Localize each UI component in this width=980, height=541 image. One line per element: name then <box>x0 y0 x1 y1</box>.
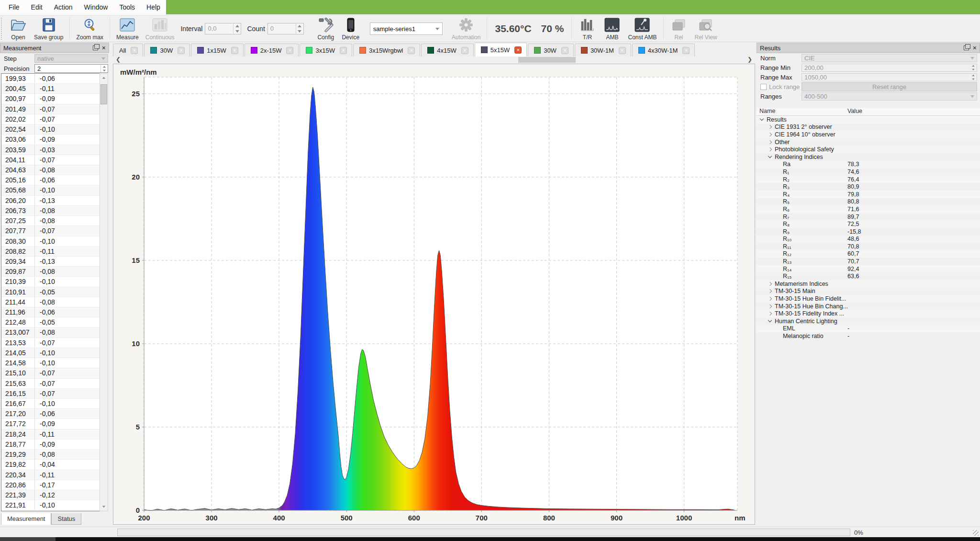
table-row[interactable]: 214,05-0,10 <box>1 348 108 358</box>
tree-row[interactable]: R₆71,6 <box>757 205 980 213</box>
tree-row[interactable]: Rendering Indices <box>757 153 980 161</box>
tree-row[interactable]: TM-30-15 Fidelity Index ... <box>757 310 980 317</box>
tree-row[interactable]: TM-30-15 Hue Bin Chang... <box>757 303 980 310</box>
tree-row[interactable]: R₁₂60,7 <box>757 250 980 258</box>
tree-row[interactable]: R₁₀48,6 <box>757 236 980 243</box>
tree-row[interactable]: TM-30-15 Main <box>757 288 980 295</box>
zoom-max-button[interactable]: Zoom max <box>73 16 107 42</box>
spectrum-chart[interactable]: 05101520252003004005006007008009001000mW… <box>113 64 755 524</box>
table-row[interactable]: 221,91-0,10 <box>1 500 108 510</box>
tab-scroll-left-icon[interactable]: ❮ <box>114 56 122 63</box>
series-tab-30w-1m[interactable]: 30W-1M× <box>575 44 631 56</box>
table-row[interactable]: 211,96-0,06 <box>1 307 108 317</box>
chevron-right-icon[interactable] <box>768 289 772 293</box>
count-spinbox[interactable]: 0 <box>267 23 304 34</box>
table-row[interactable]: 219,82-0,04 <box>1 460 108 470</box>
precision-spinbox[interactable]: 2 <box>34 64 108 73</box>
table-row[interactable]: 199,93-0,06 <box>1 74 108 84</box>
series-tab-all[interactable]: All× <box>113 44 143 56</box>
table-row[interactable]: 212,48-0,05 <box>1 317 108 327</box>
menu-item-window[interactable]: Window <box>78 0 114 14</box>
series-tab-5x15w[interactable]: 5x15W× <box>475 43 527 56</box>
chevron-right-icon[interactable] <box>768 125 772 129</box>
tree-row[interactable]: R₁74,6 <box>757 168 980 176</box>
tab-close-icon[interactable]: × <box>340 47 347 54</box>
table-row[interactable]: 221,39-0,12 <box>1 490 108 500</box>
series-tab-2x-15w[interactable]: 2x-15W× <box>245 44 299 56</box>
tree-row[interactable]: Photobiological Safety <box>757 146 980 153</box>
chevron-down-icon[interactable] <box>768 318 772 322</box>
menu-item-help[interactable]: Help <box>141 0 166 14</box>
table-row[interactable]: 215,10-0,07 <box>1 368 108 378</box>
table-row[interactable]: 220,86-0,17 <box>1 480 108 490</box>
table-row[interactable]: 202,02-0,07 <box>1 114 108 124</box>
range-max-spin-arrows[interactable] <box>970 74 977 81</box>
table-row[interactable]: 215,63-0,07 <box>1 379 108 389</box>
range-max-spinbox[interactable]: 1050,00 <box>802 73 977 81</box>
tab-close-icon[interactable]: × <box>561 47 568 54</box>
save-group-button[interactable]: Save group <box>31 16 67 42</box>
table-row[interactable]: 206,73-0,08 <box>1 206 108 216</box>
table-row[interactable]: 207,25-0,08 <box>1 216 108 226</box>
series-tab-4x15w[interactable]: 4x15W× <box>421 44 473 56</box>
tree-row[interactable]: R₇89,7 <box>757 213 980 221</box>
table-row[interactable]: 209,34-0,13 <box>1 257 108 267</box>
tab-close-icon[interactable]: × <box>131 47 138 54</box>
table-row[interactable]: 204,11-0,07 <box>1 155 108 165</box>
table-row[interactable]: 213,53-0,07 <box>1 338 108 348</box>
table-row[interactable]: 204,63-0,08 <box>1 165 108 175</box>
chevron-right-icon[interactable] <box>768 147 772 151</box>
table-row[interactable]: 220,34-0,11 <box>1 470 108 480</box>
tab-close-icon[interactable]: × <box>231 47 238 54</box>
precision-spin-arrows[interactable] <box>100 65 108 72</box>
menu-item-edit[interactable]: Edit <box>25 0 48 14</box>
table-row[interactable]: 216,67-0,10 <box>1 399 108 409</box>
table-row[interactable]: 208,82-0,11 <box>1 247 108 257</box>
tab-close-icon[interactable]: × <box>178 47 185 54</box>
table-row[interactable]: 208,30-0,10 <box>1 237 108 247</box>
close-panel-icon[interactable]: × <box>973 45 977 50</box>
config-button[interactable]: Config <box>313 16 338 42</box>
measurement-table[interactable]: 199,93-0,06200,45-0,11200,97-0,09201,49-… <box>1 73 108 511</box>
tree-row[interactable]: R₂76,4 <box>757 176 980 183</box>
table-row[interactable]: 218,77-0,09 <box>1 440 108 450</box>
sample-series-combobox[interactable]: sample-series1 <box>370 23 443 35</box>
tree-row[interactable]: R₁₅63,6 <box>757 272 980 280</box>
tab-close-icon[interactable]: × <box>619 47 626 54</box>
table-row[interactable]: 210,39-0,10 <box>1 277 108 287</box>
range-min-spinbox[interactable]: 200,00 <box>802 64 977 72</box>
table-row[interactable]: 210,91-0,05 <box>1 287 108 297</box>
tab-scrollbar[interactable]: ❮ ❯ <box>113 56 755 63</box>
measurement-table-scrollbar[interactable] <box>100 73 108 511</box>
table-row[interactable]: 202,54-0,10 <box>1 124 108 135</box>
series-tab-30w[interactable]: 30W× <box>528 44 574 56</box>
menu-item-file[interactable]: File <box>3 0 25 14</box>
tree-row[interactable]: R₅80,8 <box>757 198 980 206</box>
table-row[interactable]: 203,06-0,09 <box>1 135 108 145</box>
tree-row[interactable]: CIE 1964 10° observer <box>757 131 980 138</box>
tree-row[interactable]: Other <box>757 138 980 146</box>
range-min-spin-arrows[interactable] <box>970 64 977 71</box>
measure-button[interactable]: Measure <box>113 16 142 42</box>
table-row[interactable]: 216,15-0,07 <box>1 389 108 399</box>
toolbar-drag-handle[interactable] <box>1 18 5 40</box>
table-row[interactable]: 209,87-0,08 <box>1 267 108 277</box>
series-tab-30w[interactable]: 30W× <box>144 44 190 56</box>
tree-row[interactable]: R₈72,5 <box>757 220 980 228</box>
chevron-down-icon[interactable] <box>760 117 764 121</box>
table-row[interactable]: 217,20-0,06 <box>1 409 108 419</box>
menu-item-action[interactable]: Action <box>48 0 78 14</box>
tree-row[interactable]: R₃80,9 <box>757 183 980 191</box>
series-tab-3x15wrgbwl[interactable]: 3x15Wrgbwl× <box>353 44 420 56</box>
tab-close-icon[interactable]: × <box>682 47 690 54</box>
tree-row[interactable]: CIE 1931 2° observer <box>757 124 980 131</box>
tree-row[interactable]: R₉-15,8 <box>757 228 980 236</box>
tree-row[interactable]: R₁₄92,4 <box>757 265 980 273</box>
bottom-tab-status[interactable]: Status <box>51 513 81 525</box>
tab-close-icon[interactable]: × <box>461 47 468 54</box>
scroll-down-icon[interactable] <box>100 503 108 511</box>
tab-close-icon[interactable]: × <box>514 46 522 54</box>
chevron-right-icon[interactable] <box>768 297 772 301</box>
table-row[interactable]: 217,72-0,09 <box>1 419 108 429</box>
table-row[interactable]: 201,49-0,07 <box>1 104 108 114</box>
